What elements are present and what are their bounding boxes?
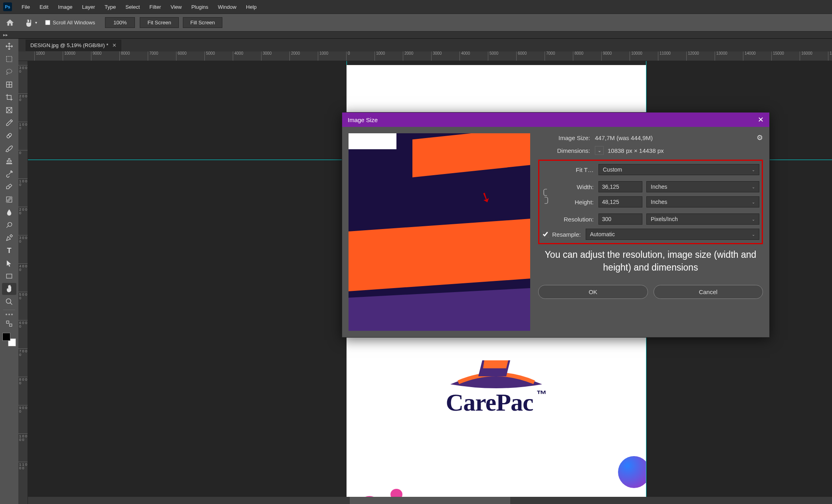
zoom-level[interactable]: 100% [105, 17, 135, 28]
image-size-value: 447,7M (was 444,9M) [595, 134, 653, 141]
fit-to-select[interactable]: Custom⌄ [598, 164, 759, 175]
menu-image[interactable]: Image [54, 2, 76, 12]
options-bar: ▾ Scroll All Windows 100% Fit Screen Fil… [0, 14, 832, 32]
annotation-text: You can adjust the resolution, image siz… [538, 248, 763, 274]
scrollbar-horizontal[interactable] [28, 497, 832, 504]
history-brush-tool[interactable] [2, 168, 16, 180]
ruler-vertical[interactable]: 3 0 0 02 0 0 01 0 0 001 0 0 02 0 0 03 0 … [18, 61, 28, 504]
ruler-horizontal[interactable]: 1000100009000800070006000500040003000200… [18, 51, 832, 61]
marquee-tool[interactable] [2, 53, 16, 65]
menu-window[interactable]: Window [214, 2, 240, 12]
hand-tool[interactable] [2, 283, 16, 295]
menu-file[interactable]: File [18, 2, 34, 12]
photoshop-icon: Ps [3, 2, 12, 11]
fill-screen-button[interactable]: Fill Screen [183, 17, 222, 28]
dialog-titlebar[interactable]: Image Size ✕ [342, 113, 769, 127]
brush-tool[interactable] [2, 142, 16, 154]
resolution-input[interactable] [598, 213, 642, 225]
rectangle-tool[interactable] [2, 270, 16, 282]
dimensions-value: 10838 px × 14438 px [608, 147, 664, 154]
crop-tool[interactable] [2, 91, 16, 103]
scroll-all-checkbox[interactable]: Scroll All Windows [45, 20, 95, 26]
menu-edit[interactable]: Edit [36, 2, 52, 12]
image-size-dialog: Image Size ✕ ➘ Image Size: 447,7M (was 4… [342, 112, 770, 338]
menu-layer[interactable]: Layer [78, 2, 99, 12]
pen-tool[interactable] [2, 232, 16, 244]
resolution-label: Resolution: [542, 216, 594, 223]
eraser-tool[interactable] [2, 181, 16, 193]
width-label: Width: [550, 184, 594, 190]
svg-rect-4 [6, 133, 12, 138]
ok-button[interactable]: OK [538, 285, 648, 299]
resample-select[interactable]: Automatic⌄ [586, 229, 759, 240]
stamp-tool[interactable] [2, 155, 16, 167]
svg-rect-11 [6, 321, 9, 323]
zoom-tool[interactable] [2, 296, 16, 308]
height-label: Height: [550, 199, 594, 206]
svg-point-10 [6, 299, 11, 304]
home-icon[interactable] [4, 17, 16, 29]
gradient-tool[interactable] [2, 194, 16, 206]
collapse-row[interactable]: ▸▸ [0, 32, 832, 39]
healing-tool[interactable] [2, 130, 16, 142]
tool-preset-hand[interactable]: ▾ [24, 18, 37, 28]
menu-bar: Ps File Edit Image Layer Type Select Fil… [0, 0, 832, 14]
link-icon[interactable] [542, 179, 550, 213]
fit-to-label: Fit T… [542, 166, 594, 173]
width-unit-select[interactable]: Inches⌄ [646, 181, 759, 192]
document-tab[interactable]: DESIGN.jpg @ 5,19% (RGB/8#) * ✕ [26, 40, 121, 51]
type-tool[interactable]: T [2, 245, 16, 257]
svg-point-6 [10, 136, 10, 137]
frame-tool[interactable] [2, 104, 16, 116]
path-select-tool[interactable] [2, 257, 16, 269]
arrow-icon: ➘ [477, 188, 494, 207]
resample-checkbox[interactable] [542, 231, 549, 238]
edit-toolbar[interactable] [2, 318, 16, 330]
svg-rect-0 [6, 56, 12, 62]
svg-point-5 [8, 135, 9, 136]
blur-tool[interactable] [2, 206, 16, 218]
preview-thumbnail[interactable]: ➘ [349, 133, 530, 331]
dimensions-expand[interactable]: ⌄ [595, 146, 604, 155]
resolution-unit-select[interactable]: Pixels/Inch⌄ [646, 213, 759, 225]
height-input[interactable] [598, 196, 642, 208]
menu-type[interactable]: Type [101, 2, 120, 12]
foreground-background-colors[interactable] [2, 333, 16, 346]
fit-screen-button[interactable]: Fit Screen [140, 17, 178, 28]
width-input[interactable] [598, 181, 642, 192]
menu-select[interactable]: Select [121, 2, 144, 12]
svg-rect-12 [10, 324, 12, 326]
dimensions-label: Dimensions: [538, 147, 590, 154]
resample-label: Resample: [552, 231, 581, 238]
menu-view[interactable]: View [166, 2, 186, 12]
image-size-label: Image Size: [538, 134, 590, 141]
document-tabs: DESIGN.jpg @ 5,19% (RGB/8#) * ✕ [18, 39, 832, 51]
svg-rect-9 [6, 274, 12, 279]
close-icon[interactable]: ✕ [758, 115, 764, 124]
dodge-tool[interactable] [2, 219, 16, 231]
lasso-tool[interactable] [2, 66, 16, 78]
height-unit-select[interactable]: Inches⌄ [646, 196, 759, 208]
menu-filter[interactable]: Filter [145, 2, 165, 12]
gear-icon[interactable]: ⚙ [757, 133, 763, 142]
cancel-button[interactable]: Cancel [654, 285, 763, 299]
chevron-down-icon: ▾ [35, 20, 37, 25]
move-tool[interactable] [2, 40, 16, 52]
highlight-box: Fit T… Custom⌄ Width: Inches⌄ [538, 160, 763, 244]
menu-help[interactable]: Help [242, 2, 261, 12]
menu-plugins[interactable]: Plugins [187, 2, 212, 12]
eyedropper-tool[interactable] [2, 117, 16, 129]
tool-more[interactable] [6, 312, 13, 317]
tools-panel: T [0, 39, 18, 504]
selection-tool[interactable] [2, 79, 16, 91]
close-icon[interactable]: ✕ [112, 42, 117, 48]
